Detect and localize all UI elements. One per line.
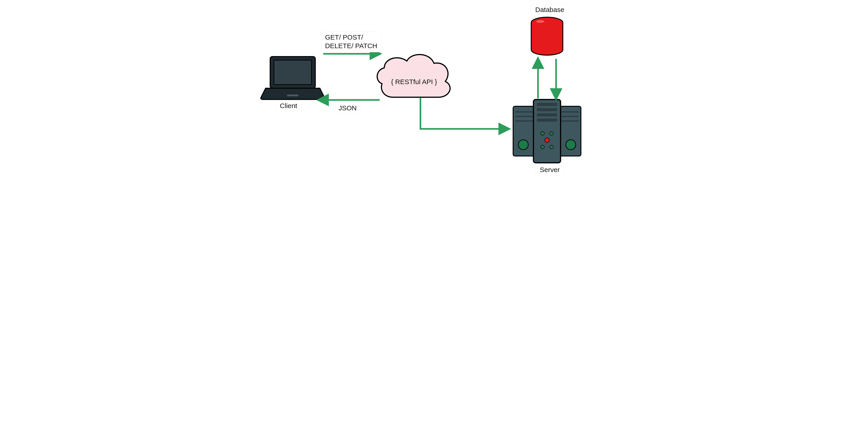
svg-rect-1 <box>274 60 311 85</box>
client-label: Client <box>276 101 301 111</box>
diagram-svg <box>253 0 615 181</box>
svg-point-24 <box>536 20 544 23</box>
svg-point-12 <box>566 140 576 150</box>
svg-point-22 <box>550 145 553 149</box>
svg-point-18 <box>541 132 544 135</box>
svg-point-21 <box>541 145 544 149</box>
arrow-api-to-server <box>421 98 508 129</box>
svg-point-19 <box>550 132 553 135</box>
server-label: Server <box>536 165 564 175</box>
database-icon <box>531 17 563 55</box>
http-methods-line2: DELETE/ PATCH <box>325 41 377 50</box>
server-icon <box>513 99 581 163</box>
svg-point-20 <box>545 138 549 143</box>
svg-rect-2 <box>287 94 298 96</box>
database-label: Database <box>531 4 568 15</box>
api-label: { RESTful API } <box>391 78 437 86</box>
svg-rect-17 <box>537 119 557 122</box>
svg-rect-14 <box>537 103 557 106</box>
cloud-icon <box>377 55 450 97</box>
http-methods-line1: GET/ POST/ <box>325 33 377 41</box>
svg-rect-15 <box>537 108 557 111</box>
http-methods-label: GET/ POST/ DELETE/ PATCH <box>321 32 381 52</box>
svg-rect-16 <box>537 113 557 117</box>
json-label: JSON <box>335 103 361 113</box>
laptop-icon <box>261 57 325 99</box>
diagram-canvas: Client GET/ POST/ DELETE/ PATCH JSON { R… <box>253 0 615 181</box>
svg-point-11 <box>518 140 528 150</box>
